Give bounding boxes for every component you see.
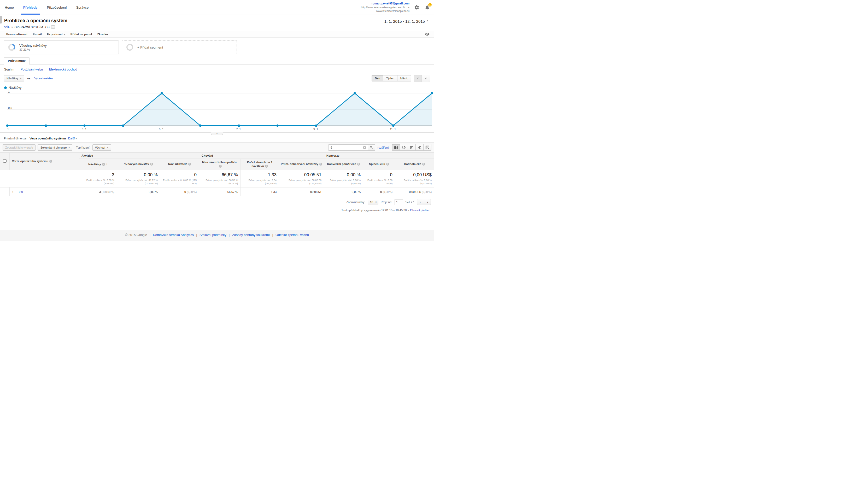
chart-point[interactable] — [238, 125, 240, 127]
shortcut-button[interactable]: Zkratka — [95, 33, 111, 36]
rows-per-page-select[interactable]: 10 ▲▼ — [368, 200, 378, 204]
chart-point[interactable] — [353, 92, 356, 95]
account-info[interactable]: roman.zavrel97@gmail.com http://www.lete… — [361, 2, 409, 13]
column-header-goal-completions[interactable]: Splnění cílů? — [363, 159, 395, 170]
granularity-month[interactable]: Měsíc — [397, 75, 411, 82]
search-button[interactable] — [368, 144, 375, 151]
footer-link-terms[interactable]: Smluvní podmínky — [199, 233, 226, 237]
help-icon[interactable]: ? — [386, 163, 389, 165]
settings-button[interactable] — [414, 4, 420, 10]
granularity-day[interactable]: Den — [372, 75, 383, 82]
plot-rows-button[interactable]: Zobrazit řádky v grafu — [3, 144, 35, 151]
column-label: Prům. doba trvání návštěvy — [281, 162, 318, 165]
column-header-new-visits[interactable]: % nových návštěv? — [117, 159, 160, 170]
goto-page-input[interactable] — [395, 199, 403, 205]
tab-explorer[interactable]: Průzkumník — [4, 58, 30, 64]
footer-link-feedback[interactable]: Odeslat zpětnou vazbu — [276, 233, 309, 237]
comparison-view-button[interactable] — [415, 144, 424, 151]
chart-collapse-handle[interactable]: ▼ — [211, 132, 223, 135]
cell-new-users: 0 — [184, 190, 186, 193]
granularity-week[interactable]: Týden — [383, 75, 398, 82]
sort-descending-icon[interactable]: ↓ — [106, 162, 107, 166]
subtab-summary[interactable]: Souhrn — [4, 68, 14, 71]
add-to-dashboard-button[interactable]: Přidat na panel — [68, 33, 95, 36]
footer-link-privacy[interactable]: Zásady ochrany soukromí — [232, 233, 270, 237]
chart-point[interactable] — [431, 92, 433, 95]
column-header-goal-value[interactable]: Hodnota cíle? — [395, 159, 434, 170]
row-dimension-link[interactable]: 9.0 — [19, 190, 23, 193]
chart-point[interactable] — [122, 125, 124, 127]
sidebar-collapse-handle[interactable] — [0, 16, 2, 24]
nav-reporting[interactable]: Přehledy — [19, 0, 42, 14]
chart-point[interactable] — [161, 92, 163, 95]
percentage-view-button[interactable] — [400, 144, 408, 151]
help-icon[interactable]: ? — [357, 163, 360, 165]
x-tick-label: 5. 1. — [159, 128, 164, 131]
dimension-os-version[interactable]: Verze operačního systému — [30, 137, 66, 140]
help-icon[interactable]: ? — [150, 163, 153, 165]
breadcrumb-all-link[interactable]: VŠE — [4, 26, 10, 29]
help-icon[interactable]: ? — [319, 163, 322, 165]
chart-point[interactable] — [392, 125, 395, 127]
add-to-dashboard-label: Přidat na panel — [70, 33, 92, 36]
dimension-more-link[interactable]: Další ▾ — [68, 137, 77, 140]
chart-point[interactable] — [6, 125, 9, 127]
rows-per-page-label: Zobrazit řádky: — [346, 200, 365, 204]
help-icon[interactable]: ? — [49, 160, 52, 163]
chart-point[interactable] — [315, 125, 317, 127]
column-header-avg-duration[interactable]: Prům. doba trvání návštěvy? — [279, 159, 324, 170]
performance-view-button[interactable] — [408, 144, 416, 151]
clear-search-icon[interactable] — [363, 146, 366, 149]
report-header: Prohlížeč a operační systém VŠE » OPERAČ… — [0, 15, 434, 31]
column-header-conversion-rate[interactable]: Konverzní poměr cíle? — [324, 159, 363, 170]
select-all-checkbox[interactable] — [3, 159, 6, 163]
row-range: 1–1 z 1 — [405, 200, 415, 204]
intelligence-button[interactable] — [424, 31, 430, 37]
notifications-button[interactable]: 1 — [424, 4, 430, 10]
chart-point[interactable] — [83, 125, 86, 127]
add-segment-button[interactable]: + Přidat segment — [122, 40, 237, 54]
cell-value-pct: (0,00 %) — [422, 191, 432, 193]
pivot-view-button[interactable] — [423, 144, 431, 151]
subtab-ecommerce[interactable]: Elektronický obchod — [49, 68, 77, 71]
chart-point[interactable] — [45, 125, 47, 127]
row-checkbox[interactable] — [4, 190, 7, 193]
customize-button[interactable]: Personalizovat — [4, 33, 30, 36]
help-icon[interactable]: ? — [219, 165, 222, 168]
select-metric-link[interactable]: Vybrat metriku — [34, 77, 53, 80]
column-header-visits[interactable]: Návštěvy?↓ — [79, 159, 117, 170]
advanced-search-link[interactable]: rozšířený — [378, 146, 389, 149]
motion-chart-view-button[interactable] — [422, 75, 430, 82]
sort-type-dropdown[interactable]: Výchozí ▾ — [92, 144, 111, 151]
nav-home[interactable]: Home — [0, 0, 19, 14]
chart-point[interactable] — [199, 125, 202, 127]
export-button[interactable]: Exportovat▾ — [44, 33, 68, 36]
refresh-report-link[interactable]: Obnovit přehled — [410, 208, 430, 212]
column-header-new-users[interactable]: Noví uživatelé? — [160, 159, 199, 170]
column-header-pages-per-visit[interactable]: Počet stránek na 1 návštěvu? — [241, 159, 279, 170]
account-email[interactable]: roman.zavrel97@gmail.com — [361, 2, 409, 5]
date-range-selector[interactable]: 1. 1. 2015 - 12. 1. 2015 ▾ — [383, 18, 430, 29]
help-icon[interactable]: ? — [422, 163, 425, 165]
secondary-dimension-button[interactable]: Sekundární dimenze ▾ — [38, 144, 72, 151]
help-icon[interactable]: ? — [102, 163, 105, 166]
metric-dropdown[interactable]: Návštěvy ▾ — [4, 75, 24, 82]
search-input[interactable] — [329, 144, 368, 151]
nav-customization[interactable]: Přizpůsobení — [42, 0, 71, 14]
line-chart-view-button[interactable] — [414, 75, 422, 82]
table-view-button[interactable] — [392, 144, 400, 151]
email-button[interactable]: E-mail — [30, 33, 44, 36]
footer-link-analytics-home[interactable]: Domovská stránka Analytics — [153, 233, 194, 237]
help-icon[interactable]: ? — [188, 163, 191, 165]
subtab-site-usage[interactable]: Používání webu — [21, 68, 43, 71]
dimension-column-header[interactable]: Verze operačního systému? — [10, 153, 79, 170]
chart-area[interactable]: 1 0,5 1...3. 1.5. 1.7. 1.9. 1.11. 1. — [7, 91, 432, 132]
column-header-bounce-rate[interactable]: Míra okamžitého opuštění? — [199, 159, 241, 170]
segment-dropdown-button[interactable]: ▾ — [51, 25, 55, 29]
help-icon[interactable]: ? — [265, 165, 268, 168]
next-page-button[interactable]: › — [424, 199, 431, 205]
nav-admin[interactable]: Správce — [71, 0, 93, 14]
segment-all-visits[interactable]: Všechny návštěvy 37,21 % — [4, 40, 119, 54]
chart-point[interactable] — [276, 125, 279, 127]
previous-page-button[interactable]: ‹ — [417, 199, 424, 205]
